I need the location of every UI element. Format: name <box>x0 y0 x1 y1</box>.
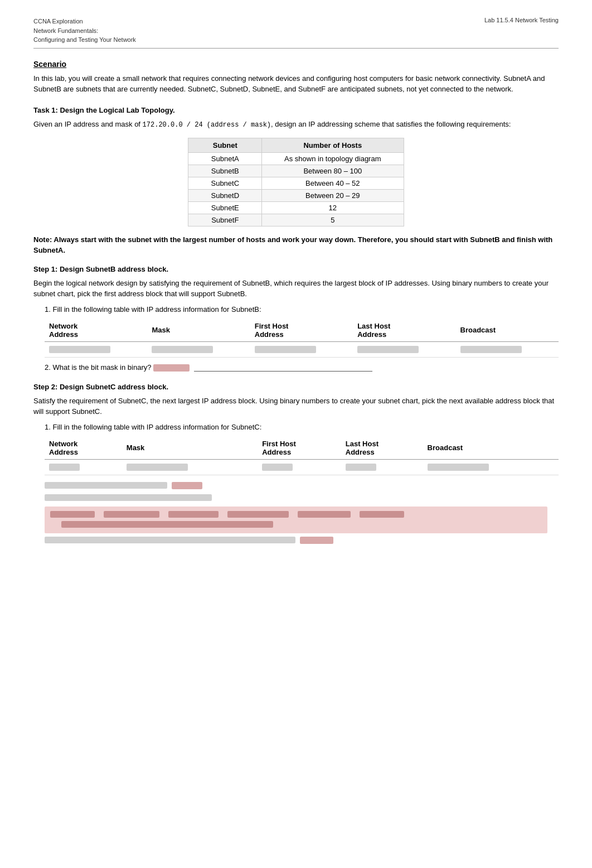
subnetc-mask-blurred <box>127 464 188 471</box>
subnetb-first-host <box>250 341 353 357</box>
step2-fill-label: 1. Fill in the following table with IP a… <box>45 423 261 431</box>
subnetc-col-mask: Mask <box>122 437 258 460</box>
subnetb-last-host <box>353 341 455 357</box>
subnet-a-name: SubnetA <box>188 152 262 165</box>
subnetc-col-lasthost: Last HostAddress <box>341 437 423 460</box>
subnetb-col-lasthost: Last HostAddress <box>353 319 455 342</box>
blurred-pink-row-2 <box>61 520 542 529</box>
subnetb-firsthost-blurred <box>255 346 316 353</box>
blurred-text-3 <box>45 537 295 543</box>
step2-numbered: 1. Fill in the following table with IP a… <box>45 423 559 431</box>
binary-mask-item: 2. What is the bit mask in binary? <box>45 363 559 372</box>
additional-blurred-section <box>45 482 547 544</box>
task1-title: Task 1: Design the Logical Lab Topology. <box>33 106 559 114</box>
subnetb-network-addr <box>45 341 147 357</box>
page-header: CCNA Exploration Network Fundamentals: C… <box>33 17 559 49</box>
header-right: Lab 11.5.4 Network Testing <box>484 17 559 23</box>
subnet-d-name: SubnetD <box>188 189 262 201</box>
table-row: SubnetC Between 40 – 52 <box>188 177 404 189</box>
subnet-c-hosts: Between 40 – 52 <box>262 177 404 189</box>
subnetb-table: NetworkAddress Mask First HostAddress La… <box>45 319 559 358</box>
task1-intro-part1: Given an IP address and mask of <box>33 120 143 128</box>
step1-fill-label: 1. Fill in the following table with IP a… <box>45 305 261 314</box>
header-line1: CCNA Exploration <box>33 17 136 26</box>
subnetb-col-firsthost: First HostAddress <box>250 319 353 342</box>
blurred-text-1 <box>45 482 167 489</box>
blurred-answer-3 <box>300 537 333 544</box>
task1-intro-part2: , design an IP addressing scheme that sa… <box>271 120 511 128</box>
task1-ip-address: 172.20.0.0 / 24 (address / mask) <box>143 121 271 129</box>
table-row: SubnetB Between 80 – 100 <box>188 165 404 177</box>
subnetb-mask <box>147 341 250 357</box>
note-text: Note: Always start with the subnet with … <box>33 234 559 256</box>
binary-mask-answer-blurred <box>153 364 190 372</box>
subnet-f-name: SubnetF <box>188 214 262 226</box>
header-left: CCNA Exploration Network Fundamentals: C… <box>33 17 136 45</box>
step1-numbered: 1. Fill in the following table with IP a… <box>45 305 559 314</box>
blurred-row-3 <box>45 537 547 544</box>
subnetc-network-blurred <box>49 464 80 471</box>
blurred-pink-1c <box>168 511 219 518</box>
step2-title: Step 2: Design SubnetC address block. <box>33 383 559 391</box>
subnetb-mask-blurred <box>152 346 213 353</box>
step2-body: Satisfy the requirement of SubnetC, the … <box>33 396 559 417</box>
subnetc-network-addr <box>45 459 122 475</box>
subnetb-broadcast <box>456 341 559 357</box>
blurred-pink-2 <box>61 521 273 528</box>
subnetb-lasthost-blurred <box>357 346 419 353</box>
subnetb-header-row: NetworkAddress Mask First HostAddress La… <box>45 319 559 342</box>
subnetc-col-broadcast: Broadcast <box>423 437 559 460</box>
subnetb-broadcast-blurred <box>460 346 522 353</box>
subnet-b-hosts: Between 80 – 100 <box>262 165 404 177</box>
subnetc-header-row: NetworkAddress Mask First HostAddress La… <box>45 437 559 460</box>
blurred-answer-1 <box>172 482 202 489</box>
subnet-a-hosts: As shown in topology diagram <box>262 152 404 165</box>
subnet-c-name: SubnetC <box>188 177 262 189</box>
subnet-requirements-wrapper: Subnet Number of Hosts SubnetA As shown … <box>33 138 559 226</box>
subnetb-col-mask: Mask <box>147 319 250 342</box>
header-lab-title: Lab 11.5.4 Network Testing <box>484 17 559 23</box>
header-line2: Network Fundamentals: <box>33 26 136 36</box>
subnetb-col-network: NetworkAddress <box>45 319 147 342</box>
subnet-e-hosts: 12 <box>262 201 404 214</box>
page: CCNA Exploration Network Fundamentals: C… <box>0 0 592 868</box>
subnetc-lasthost-blurred <box>346 464 376 471</box>
binary-mask-label: 2. What is the bit mask in binary? <box>45 363 151 372</box>
blurred-pink-1f <box>360 511 404 518</box>
blurred-pink-1e <box>298 511 351 518</box>
binary-mask-fill-line <box>194 371 372 372</box>
subnetc-table: NetworkAddress Mask First HostAddress La… <box>45 437 559 475</box>
step1-body: Begin the logical network design by sati… <box>33 278 559 300</box>
subnetc-col-firsthost: First HostAddress <box>258 437 341 460</box>
subnet-b-name: SubnetB <box>188 165 262 177</box>
subnet-requirements-table: Subnet Number of Hosts SubnetA As shown … <box>188 138 404 226</box>
subnetc-broadcast-blurred <box>428 464 489 471</box>
subnetc-mask <box>122 459 258 475</box>
blurred-text-2 <box>45 494 212 501</box>
subnet-col-header: Subnet <box>188 138 262 152</box>
blurred-pink-1a <box>50 511 95 518</box>
header-line3: Configuring and Testing Your Network <box>33 35 136 45</box>
table-row: SubnetE 12 <box>188 201 404 214</box>
blurred-row-2 <box>45 494 547 502</box>
subnetc-broadcast <box>423 459 559 475</box>
subnetc-data-row <box>45 459 559 475</box>
subnet-f-hosts: 5 <box>262 214 404 226</box>
blurred-row-1 <box>45 482 547 489</box>
subnetb-network-blurred <box>49 346 110 353</box>
blurred-pink-section <box>45 507 547 533</box>
subnetc-last-host <box>341 459 423 475</box>
scenario-body: In this lab, you will create a small net… <box>33 73 559 95</box>
subnetc-col-network: NetworkAddress <box>45 437 122 460</box>
table-row: SubnetF 5 <box>188 214 404 226</box>
subnetb-data-row <box>45 341 559 357</box>
subnetb-table-wrapper: NetworkAddress Mask First HostAddress La… <box>45 319 559 358</box>
subnetc-table-wrapper: NetworkAddress Mask First HostAddress La… <box>45 437 559 475</box>
table-row: SubnetA As shown in topology diagram <box>188 152 404 165</box>
blurred-pink-1b <box>104 511 159 518</box>
table-row: SubnetD Between 20 – 29 <box>188 189 404 201</box>
subnetb-col-broadcast: Broadcast <box>456 319 559 342</box>
blurred-pink-1d <box>227 511 289 518</box>
hosts-col-header: Number of Hosts <box>262 138 404 152</box>
subnet-e-name: SubnetE <box>188 201 262 214</box>
